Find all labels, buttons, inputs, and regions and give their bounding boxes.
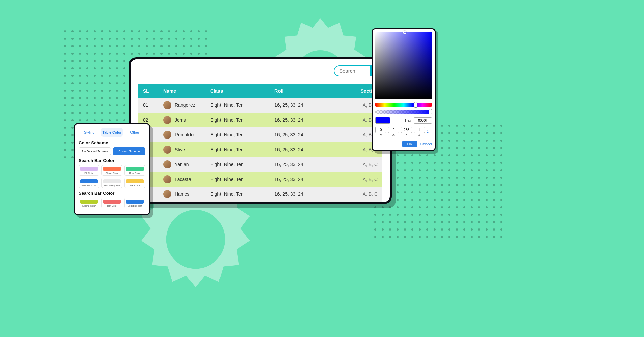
cell-class: Eight, Nine, Ten bbox=[210, 132, 274, 137]
cell-section: A, B, C bbox=[352, 177, 378, 182]
r-input[interactable] bbox=[375, 127, 386, 133]
color-swatch[interactable]: Selected Color bbox=[79, 178, 99, 188]
color-chip bbox=[103, 179, 121, 183]
table-row[interactable]: 01RangerezEight, Nine, Ten16, 25, 33, 24… bbox=[138, 98, 382, 113]
cell-section: A, B, C bbox=[352, 191, 378, 197]
b-label: B bbox=[401, 134, 412, 137]
swatch-label: Stroke Color bbox=[103, 172, 121, 174]
cell-class: Eight, Nine, Ten bbox=[210, 162, 274, 167]
g-label: G bbox=[388, 134, 399, 137]
color-chip bbox=[126, 167, 144, 171]
avatar bbox=[163, 160, 171, 168]
color-chip bbox=[126, 200, 144, 204]
alpha-slider[interactable] bbox=[375, 110, 432, 114]
style-settings-panel: Styling Table Color Other Color Scheme P… bbox=[74, 123, 150, 215]
cell-name: Rangerez bbox=[163, 101, 210, 109]
table-row[interactable]: StiveEight, Nine, Ten16, 25, 33, 24A, B,… bbox=[138, 142, 382, 157]
swatch-label: Editing Color bbox=[80, 205, 98, 207]
avatar bbox=[163, 131, 171, 139]
g-input[interactable] bbox=[388, 127, 399, 133]
sv-cursor[interactable] bbox=[403, 31, 406, 34]
search-input[interactable] bbox=[334, 65, 370, 76]
cell-class: Eight, Nine, Ten bbox=[210, 177, 274, 182]
swatch-label: Selected Text bbox=[126, 205, 144, 207]
color-swatch[interactable]: Selected Text bbox=[124, 198, 145, 208]
swatch-label: Row Color bbox=[126, 172, 144, 174]
swatch-label: Fill Color bbox=[80, 172, 98, 174]
color-chip bbox=[103, 200, 121, 204]
tab-other[interactable]: Other bbox=[124, 128, 145, 137]
cell-name: Yanian bbox=[163, 160, 210, 168]
color-swatch[interactable]: Secondary Row bbox=[101, 178, 122, 188]
custom-scheme-button[interactable]: Custom Scheme bbox=[113, 147, 145, 155]
table-header: SL Name Class Roll Section bbox=[138, 84, 382, 98]
cell-name: Stive bbox=[163, 146, 210, 154]
swatch-label: Selected Color bbox=[80, 184, 98, 187]
cell-roll: 16, 25, 33, 24 bbox=[274, 132, 352, 137]
current-color-swatch bbox=[375, 117, 390, 124]
hex-label: Hex bbox=[405, 119, 411, 122]
section-search-bar-color-1: Search Bar Color bbox=[79, 158, 145, 163]
color-chip bbox=[80, 200, 98, 204]
avatar bbox=[163, 146, 171, 154]
cell-name: Lacasta bbox=[163, 175, 210, 183]
cell-class: Eight, Nine, Ten bbox=[210, 117, 274, 123]
table-row[interactable]: LacastaEight, Nine, Ten16, 25, 33, 24A, … bbox=[138, 172, 382, 187]
cell-roll: 16, 25, 33, 24 bbox=[274, 177, 352, 182]
avatar bbox=[163, 175, 171, 183]
section-color-scheme: Color Scheme bbox=[79, 140, 145, 145]
tab-table-color[interactable]: Table Color bbox=[101, 128, 122, 137]
ok-button[interactable]: OK bbox=[402, 141, 417, 147]
color-chip bbox=[80, 179, 98, 183]
cell-roll: 16, 25, 33, 24 bbox=[274, 102, 352, 108]
data-table: SL Name Class Roll Section 01RangerezEig… bbox=[138, 84, 382, 202]
color-picker-panel: Hex R G B A ▲▼ OK Cancel bbox=[372, 28, 436, 151]
color-swatch[interactable]: Row Color bbox=[124, 165, 145, 176]
swatch-label: Secondary Row bbox=[103, 184, 121, 187]
color-swatch[interactable]: Bar Color bbox=[124, 178, 145, 188]
cell-class: Eight, Nine, Ten bbox=[210, 147, 274, 152]
cell-section: A, B, C bbox=[352, 162, 378, 167]
format-spinner[interactable]: ▲▼ bbox=[427, 130, 432, 134]
section-search-bar-color-2: Search Bar Color bbox=[79, 191, 145, 196]
cancel-button[interactable]: Cancel bbox=[420, 142, 432, 146]
color-chip bbox=[80, 167, 98, 171]
col-sl: SL bbox=[143, 88, 163, 94]
hue-slider[interactable] bbox=[375, 103, 432, 107]
swatch-label: Bar Color bbox=[126, 184, 144, 187]
tab-styling[interactable]: Styling bbox=[79, 128, 100, 137]
settings-tabs: Styling Table Color Other bbox=[79, 128, 145, 137]
cell-roll: 16, 25, 33, 24 bbox=[274, 117, 352, 123]
avatar bbox=[163, 101, 171, 109]
hex-input[interactable] bbox=[414, 117, 432, 124]
color-swatch[interactable]: Fill Color bbox=[79, 165, 99, 176]
cell-class: Eight, Nine, Ten bbox=[210, 191, 274, 197]
svg-point-1 bbox=[166, 210, 225, 269]
col-class: Class bbox=[210, 88, 274, 94]
b-input[interactable] bbox=[401, 127, 412, 133]
swatch-label: Text Color bbox=[103, 205, 121, 207]
cell-sl: 02 bbox=[143, 117, 163, 123]
predefined-scheme-button[interactable]: Pre Defined Scheme bbox=[79, 147, 111, 155]
table-row[interactable]: RomaldoEight, Nine, Ten16, 25, 33, 24A, … bbox=[138, 127, 382, 142]
data-table-panel: SL Name Class Roll Section 01RangerezEig… bbox=[129, 57, 392, 204]
color-swatch[interactable]: Editing Color bbox=[79, 198, 99, 208]
cell-roll: 16, 25, 33, 24 bbox=[274, 191, 352, 197]
avatar bbox=[163, 190, 171, 198]
color-swatch[interactable]: Stroke Color bbox=[101, 165, 122, 176]
a-input[interactable] bbox=[414, 127, 425, 133]
table-row[interactable]: YanianEight, Nine, Ten16, 25, 33, 24A, B… bbox=[138, 157, 382, 172]
cell-name: Hames bbox=[163, 190, 210, 198]
cell-name: Jems bbox=[163, 116, 210, 124]
a-label: A bbox=[414, 134, 425, 137]
cell-class: Eight, Nine, Ten bbox=[210, 102, 274, 108]
alpha-thumb[interactable] bbox=[429, 109, 432, 114]
col-roll: Roll bbox=[274, 88, 352, 94]
color-swatch[interactable]: Text Color bbox=[101, 198, 122, 208]
table-row[interactable]: 02JemsEight, Nine, Ten16, 25, 33, 24A, B… bbox=[138, 113, 382, 127]
table-row[interactable]: HamesEight, Nine, Ten16, 25, 33, 24A, B,… bbox=[138, 187, 382, 202]
hue-thumb[interactable] bbox=[414, 102, 417, 108]
cell-roll: 16, 25, 33, 24 bbox=[274, 162, 352, 167]
cell-sl: 01 bbox=[143, 102, 163, 108]
saturation-value-area[interactable] bbox=[375, 32, 432, 99]
